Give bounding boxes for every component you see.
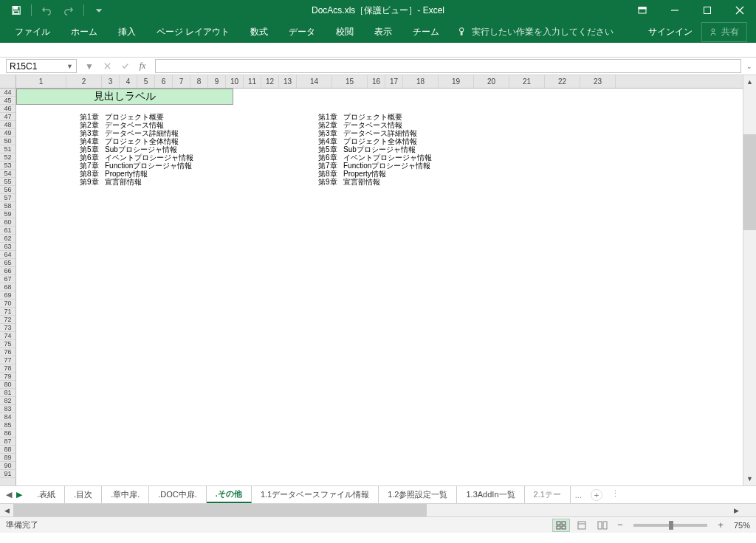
column-header[interactable]: 3 bbox=[102, 75, 120, 88]
close-button[interactable] bbox=[724, 0, 756, 21]
column-header[interactable]: 8 bbox=[190, 75, 208, 88]
column-header[interactable]: 22 bbox=[545, 75, 580, 88]
ribbon-tab[interactable]: 挿入 bbox=[108, 21, 146, 43]
sheet-tab[interactable]: .目次 bbox=[65, 486, 102, 503]
row-header[interactable]: 80 bbox=[0, 381, 16, 389]
row-header[interactable]: 90 bbox=[0, 462, 16, 470]
ribbon-tab[interactable]: 校閲 bbox=[326, 21, 364, 43]
scroll-down-button[interactable]: ▼ bbox=[743, 472, 756, 485]
row-header[interactable]: 45 bbox=[0, 97, 16, 105]
merged-header-cell[interactable]: 見出しラベル bbox=[16, 89, 233, 105]
scroll-right-button[interactable]: ▶ bbox=[729, 504, 743, 516]
normal-view-button[interactable] bbox=[552, 519, 570, 532]
scroll-left-button[interactable]: ◀ bbox=[0, 504, 13, 516]
row-header[interactable]: 61 bbox=[0, 226, 16, 235]
row-header[interactable]: 74 bbox=[0, 332, 16, 340]
zoom-slider[interactable] bbox=[633, 524, 707, 527]
column-header[interactable]: 5 bbox=[137, 75, 155, 88]
sheet-tab[interactable]: 1.2参照設定一覧 bbox=[379, 486, 457, 503]
tab-nav-prev[interactable]: ◀ bbox=[6, 490, 12, 499]
row-header[interactable]: 83 bbox=[0, 405, 16, 413]
row-header[interactable]: 58 bbox=[0, 202, 16, 210]
row-header[interactable]: 59 bbox=[0, 210, 16, 218]
column-header[interactable]: 4 bbox=[120, 75, 137, 88]
ribbon-tab[interactable]: データ bbox=[278, 21, 326, 43]
ribbon-tab[interactable]: チーム bbox=[402, 21, 450, 43]
scroll-thumb[interactable] bbox=[13, 504, 427, 516]
row-header[interactable]: 53 bbox=[0, 162, 16, 170]
tab-overflow-button[interactable]: ... bbox=[571, 486, 586, 503]
row-header[interactable]: 51 bbox=[0, 145, 16, 153]
row-header[interactable]: 62 bbox=[0, 235, 16, 243]
column-header[interactable]: 12 bbox=[261, 75, 279, 88]
sheet-tab[interactable]: .その他 bbox=[207, 486, 252, 503]
signin-link[interactable]: サインイン bbox=[639, 21, 701, 43]
row-header[interactable]: 87 bbox=[0, 437, 16, 446]
scroll-track[interactable] bbox=[743, 89, 756, 472]
sheet-tab[interactable]: 1.1データベースファイル情報 bbox=[252, 486, 379, 503]
tab-nav-next[interactable]: ▶ bbox=[16, 490, 22, 499]
sheet-tab[interactable]: 2.1テー bbox=[525, 486, 571, 503]
column-header[interactable]: 9 bbox=[208, 75, 226, 88]
column-header[interactable]: 13 bbox=[279, 75, 297, 88]
column-header[interactable]: 21 bbox=[509, 75, 545, 88]
insert-function-button[interactable]: fx bbox=[134, 59, 151, 74]
row-header[interactable]: 55 bbox=[0, 178, 16, 186]
row-header[interactable]: 50 bbox=[0, 137, 16, 145]
column-header[interactable]: 18 bbox=[403, 75, 439, 88]
row-header[interactable]: 49 bbox=[0, 129, 16, 137]
row-header[interactable]: 44 bbox=[0, 89, 16, 97]
expand-formula-bar-button[interactable]: ⌄ bbox=[743, 58, 756, 75]
row-header[interactable]: 76 bbox=[0, 348, 16, 356]
tell-me-search[interactable]: 実行したい作業を入力してください bbox=[457, 26, 614, 38]
row-header[interactable]: 81 bbox=[0, 389, 16, 397]
row-header[interactable]: 47 bbox=[0, 113, 16, 121]
row-header[interactable]: 52 bbox=[0, 153, 16, 162]
row-header[interactable]: 63 bbox=[0, 243, 16, 251]
horizontal-scrollbar[interactable]: ◀ ▶ bbox=[0, 504, 743, 516]
scroll-thumb[interactable] bbox=[743, 134, 756, 230]
formula-input[interactable] bbox=[155, 59, 741, 73]
row-header[interactable]: 64 bbox=[0, 251, 16, 259]
ribbon-tab[interactable]: 表示 bbox=[364, 21, 402, 43]
column-header[interactable]: 15 bbox=[332, 75, 368, 88]
zoom-out-button[interactable]: − bbox=[614, 519, 626, 530]
chevron-down-icon[interactable]: ▼ bbox=[81, 59, 97, 74]
row-header[interactable]: 65 bbox=[0, 259, 16, 267]
sheet-tab[interactable]: .章中扉. bbox=[102, 486, 149, 503]
sheet-tab[interactable]: .DOC中扉. bbox=[149, 486, 207, 503]
sheet-tab[interactable]: 1.3AddIn一覧 bbox=[457, 486, 524, 503]
row-header[interactable]: 57 bbox=[0, 194, 16, 202]
column-header[interactable]: 14 bbox=[297, 75, 332, 88]
save-button[interactable] bbox=[6, 1, 27, 19]
ribbon-tab[interactable]: ページ レイアウト bbox=[146, 21, 240, 43]
row-header[interactable]: 70 bbox=[0, 300, 16, 308]
scroll-track[interactable] bbox=[13, 504, 729, 516]
row-header[interactable]: 68 bbox=[0, 283, 16, 291]
row-header[interactable]: 67 bbox=[0, 275, 16, 283]
column-header[interactable]: 2 bbox=[66, 75, 102, 88]
cell-grid[interactable]: 見出しラベル 第1章第2章第3章第4章第5章第6章第7章第8章第9章 プロジェク… bbox=[16, 89, 743, 485]
row-header[interactable]: 72 bbox=[0, 316, 16, 324]
ribbon-tab[interactable]: ホーム bbox=[61, 21, 108, 43]
column-header[interactable]: 16 bbox=[368, 75, 385, 88]
sheet-tab[interactable]: .表紙 bbox=[28, 486, 65, 503]
page-layout-view-button[interactable] bbox=[573, 519, 591, 532]
column-header[interactable]: 19 bbox=[439, 75, 474, 88]
row-header[interactable]: 75 bbox=[0, 340, 16, 348]
row-header[interactable]: 89 bbox=[0, 454, 16, 462]
zoom-level[interactable]: 75% bbox=[734, 521, 750, 530]
row-header[interactable]: 88 bbox=[0, 446, 16, 454]
column-header[interactable]: 11 bbox=[244, 75, 261, 88]
share-button[interactable]: 共有 bbox=[701, 22, 747, 42]
row-header[interactable]: 85 bbox=[0, 421, 16, 429]
tab-options-button[interactable]: ⋮ bbox=[607, 486, 624, 503]
ribbon-display-button[interactable] bbox=[626, 0, 659, 21]
vertical-scrollbar[interactable]: ▲ ▼ bbox=[743, 75, 756, 485]
row-header[interactable]: 78 bbox=[0, 364, 16, 373]
row-header[interactable]: 56 bbox=[0, 186, 16, 194]
chevron-down-icon[interactable]: ▼ bbox=[66, 63, 73, 70]
column-header[interactable]: 6 bbox=[155, 75, 173, 88]
row-header[interactable]: 84 bbox=[0, 413, 16, 421]
row-header[interactable]: 69 bbox=[0, 291, 16, 300]
